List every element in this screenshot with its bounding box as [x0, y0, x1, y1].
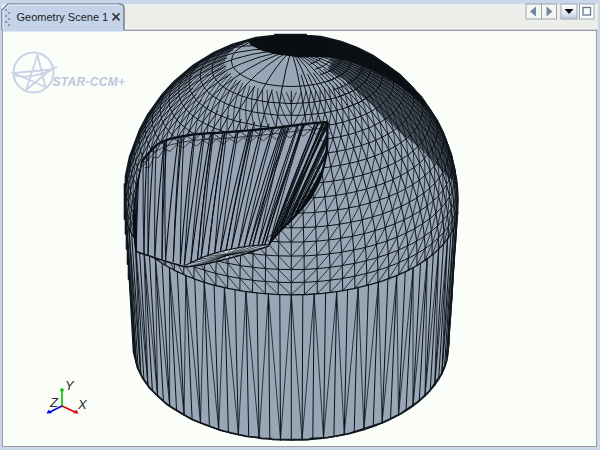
svg-text:X: X — [77, 397, 88, 412]
svg-text:Y: Y — [65, 378, 75, 393]
svg-text:Geometry Scene 1: Geometry Scene 1 — [17, 11, 109, 23]
svg-text:STAR-CCM+: STAR-CCM+ — [53, 75, 126, 89]
svg-text:Z: Z — [49, 395, 59, 410]
